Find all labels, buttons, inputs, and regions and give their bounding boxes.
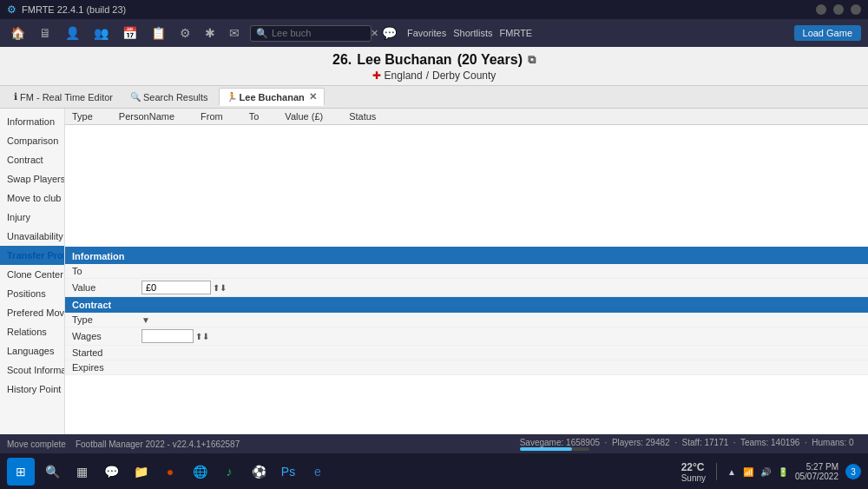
- player-title: 26. Lee Buchanan (20 Years) ⧉: [0, 52, 868, 68]
- sidebar-item-scout-information[interactable]: Scout Information: [0, 360, 64, 380]
- app-info-text: Football Manager 2022 - v22.4.1+1662587: [76, 439, 240, 449]
- type-label: Type: [72, 314, 141, 325]
- message-icon[interactable]: 💬: [378, 24, 400, 42]
- mail-icon[interactable]: ✉: [226, 24, 243, 42]
- proposals-content: [65, 125, 868, 247]
- expires-row: Expires: [65, 360, 868, 375]
- wages-row: Wages ⬆⬇: [65, 327, 868, 346]
- type-row: Type ▼: [65, 313, 868, 327]
- load-game-button[interactable]: Load Game: [794, 25, 861, 41]
- table-header: Type PersonName From To Value (£) Status: [65, 109, 868, 125]
- taskbar-office-icon[interactable]: ●: [158, 459, 182, 484]
- close-button[interactable]: [851, 4, 861, 15]
- flag-icon: ✚: [372, 69, 381, 82]
- tabs-row: ℹ FM - Real Time Editor 🔍 Search Results…: [0, 86, 868, 109]
- clear-search-icon[interactable]: ✕: [371, 28, 378, 39]
- progress-bar-fill: [520, 447, 572, 451]
- search-icon: 🔍: [256, 28, 268, 39]
- contract-section-header: Contract: [65, 297, 868, 313]
- sidebar-item-contract[interactable]: Contract: [0, 150, 64, 169]
- tab-lee-buchanan[interactable]: 🏃 Lee Buchanan ✕: [219, 88, 325, 106]
- person-icon[interactable]: 👤: [62, 24, 83, 42]
- title-bar-controls: [816, 4, 861, 15]
- minimize-button[interactable]: [816, 4, 826, 15]
- title-bar: ⚙ FMRTE 22.4.1 (build 23): [0, 0, 868, 19]
- maximize-button[interactable]: [833, 4, 844, 15]
- weather-section: 22°C Sunny: [681, 461, 706, 483]
- taskbar-file-icon[interactable]: 📁: [128, 459, 153, 484]
- savegame-info: Savegame: 1658905: [520, 438, 600, 447]
- search-results-icon: 🔍: [130, 92, 141, 102]
- taskbar-up-icon[interactable]: ▲: [727, 467, 736, 477]
- type-dropdown-icon[interactable]: ▼: [141, 315, 150, 325]
- asterisk-icon[interactable]: ✱: [201, 24, 219, 42]
- sidebar-item-preferred-moves[interactable]: Prefered Moves: [0, 303, 64, 322]
- wages-spinner-icon[interactable]: ⬆⬇: [195, 332, 209, 341]
- taskbar-speaker-icon[interactable]: 🔊: [760, 467, 771, 477]
- sidebar-item-clone-center[interactable]: Clone Center: [0, 265, 64, 284]
- sidebar-item-relations[interactable]: Relations: [0, 322, 64, 341]
- status-left: Move complete Football Manager 2022 - v2…: [7, 439, 240, 449]
- taskbar-battery-icon[interactable]: 🔋: [778, 467, 788, 477]
- sidebar-item-move-to-club[interactable]: Move to club: [0, 188, 64, 208]
- sidebar-item-swap-players[interactable]: Swap Players: [0, 169, 64, 188]
- taskbar-teams-icon[interactable]: 💬: [99, 459, 123, 484]
- to-row: To: [65, 264, 868, 279]
- favorites-link[interactable]: Favorites: [407, 28, 446, 38]
- player-nationality: England: [385, 69, 423, 82]
- copy-icon[interactable]: ⧉: [528, 53, 536, 67]
- value-spinner-icon[interactable]: ⬆⬇: [213, 283, 227, 293]
- sidebar-item-comparison[interactable]: Comparison: [0, 131, 64, 150]
- home-icon[interactable]: 🏠: [7, 24, 29, 42]
- taskbar-divider: [716, 463, 717, 480]
- player-tab-icon: 🏃: [227, 92, 237, 102]
- to-label: To: [72, 266, 141, 276]
- taskbar-edge-icon[interactable]: e: [306, 459, 330, 484]
- windows-start-button[interactable]: ⊞: [7, 458, 35, 486]
- monitor-icon[interactable]: 🖥: [36, 24, 55, 42]
- sidebar-item-positions[interactable]: Positions: [0, 284, 64, 303]
- sidebar-item-languages[interactable]: Languages: [0, 341, 64, 360]
- expires-label: Expires: [72, 362, 141, 373]
- title-bar-text: FMRTE 22.4.1 (build 23): [22, 4, 126, 15]
- information-section-header: Information: [65, 248, 868, 264]
- gear-icon[interactable]: ⚙: [176, 24, 194, 42]
- search-input[interactable]: [272, 28, 367, 38]
- player-header: 26. Lee Buchanan (20 Years) ⧉ ✚ England …: [0, 47, 868, 86]
- taskbar-spotify-icon[interactable]: ♪: [217, 459, 241, 484]
- sidebar-item-history-point[interactable]: History Point: [0, 380, 64, 399]
- sidebar-item-transfer-proposals[interactable]: Transfer Proposals: [0, 246, 64, 265]
- wages-input[interactable]: [141, 329, 194, 343]
- taskbar-chrome-icon[interactable]: 🌐: [187, 459, 212, 484]
- shortlists-link[interactable]: Shortlists: [453, 28, 492, 38]
- tab-fm-rte[interactable]: ℹ FM - Real Time Editor: [7, 89, 120, 105]
- tab-close-icon[interactable]: ✕: [309, 91, 317, 102]
- search-box: 🔍 ✕: [250, 25, 372, 42]
- clock-time: 5:27 PM: [795, 462, 838, 472]
- nav-bar: 🏠 🖥 👤 👥 📅 📋 ⚙ ✱ ✉ 🔍 ✕ 💬 Favorites Shortl…: [0, 19, 868, 47]
- sidebar-item-injury[interactable]: Injury: [0, 208, 64, 227]
- col-status: Status: [349, 111, 376, 122]
- tab-search-results-label: Search Results: [143, 92, 208, 102]
- time-section: 5:27 PM 05/07/2022: [795, 462, 838, 481]
- col-from: From: [201, 111, 223, 122]
- sidebar-item-unavailability[interactable]: Unavailability: [0, 227, 64, 246]
- value-input[interactable]: [141, 281, 211, 294]
- player-age: (20 Years): [457, 52, 523, 68]
- col-person-name: PersonName: [119, 111, 174, 122]
- sidebar-item-information[interactable]: Information: [0, 112, 64, 131]
- taskbar-widgets-icon[interactable]: ▦: [69, 459, 94, 484]
- calendar-icon[interactable]: 📅: [119, 24, 141, 42]
- tab-search-results[interactable]: 🔍 Search Results: [123, 89, 215, 105]
- move-complete-text: Move complete: [7, 439, 66, 449]
- taskbar-wifi-icon[interactable]: 📶: [743, 467, 753, 477]
- group-icon[interactable]: 👥: [90, 24, 112, 42]
- started-row: Started: [65, 346, 868, 360]
- taskbar-fm-icon[interactable]: ⚽: [247, 459, 271, 484]
- tab-fm-rte-label: FM - Real Time Editor: [20, 92, 113, 102]
- notification-badge[interactable]: 3: [845, 464, 861, 479]
- taskbar-left: ⊞ 🔍 ▦ 💬 📁 ● 🌐 ♪ ⚽ Ps e: [7, 458, 330, 486]
- taskbar-ps-icon[interactable]: Ps: [276, 459, 300, 484]
- taskbar-search-icon[interactable]: 🔍: [40, 459, 64, 484]
- list-icon[interactable]: 📋: [148, 24, 169, 42]
